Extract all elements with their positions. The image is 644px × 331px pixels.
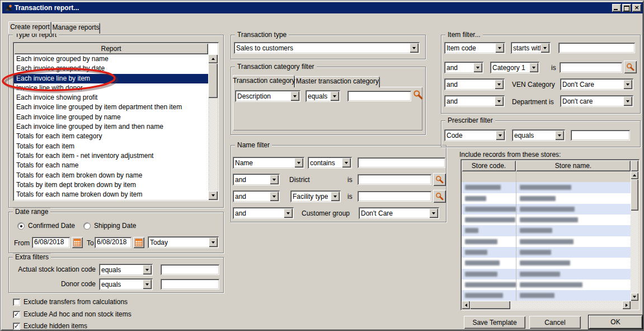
transaction-type-select[interactable]: Sales to customers	[234, 42, 420, 54]
exclude-transfers-checkbox[interactable]	[13, 299, 20, 306]
ven-category-select[interactable]: Don't Care	[560, 78, 633, 90]
stores-vscrollbar[interactable]	[631, 171, 638, 301]
store-row[interactable]	[462, 182, 631, 193]
store-row[interactable]	[462, 236, 631, 247]
shipping-date-radio[interactable]	[83, 222, 91, 230]
report-list-item[interactable]: Totals by item dept broken down by item	[14, 180, 208, 190]
transaction-category-value-input[interactable]	[347, 91, 411, 101]
report-list-scrollbar[interactable]	[208, 54, 218, 200]
transaction-category-field-select[interactable]: Description	[235, 90, 300, 102]
report-list-item[interactable]: Each invoice showing profit	[14, 93, 208, 102]
item-code-op-select[interactable]: starts with	[511, 42, 551, 54]
item-code-select[interactable]: Item code	[444, 42, 505, 54]
minimize-button[interactable]	[612, 4, 621, 12]
report-list-item[interactable]: Totals for each item - net inventory adj…	[14, 151, 208, 161]
category1-value-input[interactable]	[560, 62, 622, 73]
district-join-select[interactable]: and	[233, 174, 280, 185]
report-list-item[interactable]: Each invoice line grouped by item depart…	[14, 102, 208, 112]
close-button[interactable]: ×	[632, 4, 641, 12]
name-value-input[interactable]	[358, 157, 445, 168]
from-date-input[interactable]: 6/08/2018	[32, 237, 70, 248]
name-field-select[interactable]: Name	[233, 157, 304, 169]
facility-type-select[interactable]: Facility type	[290, 190, 341, 202]
scroll-up-button[interactable]	[631, 171, 638, 179]
customer-group-join-select[interactable]: and	[233, 207, 294, 219]
to-date-input[interactable]: 6/08/2018	[95, 237, 131, 248]
report-list-item[interactable]: Each invoice line grouped by name	[14, 113, 208, 122]
district-value-input[interactable]	[358, 174, 431, 185]
store-row[interactable]	[462, 193, 631, 204]
report-list-item[interactable]: Invoice line with donor	[14, 83, 208, 93]
scroll-right-button[interactable]	[622, 301, 631, 309]
item-code-value-input[interactable]	[558, 43, 635, 53]
exclude-hidden-checkbox[interactable]: ✓	[13, 323, 20, 330]
name-op-select[interactable]: contains	[308, 157, 352, 169]
prescriber-field-select[interactable]: Code	[444, 129, 506, 141]
chevron-down-icon	[623, 96, 632, 106]
scroll-up-button[interactable]	[208, 54, 218, 63]
scroll-down-button[interactable]	[208, 191, 218, 200]
report-list-header[interactable]: Report	[14, 43, 208, 54]
cancel-button[interactable]: Cancel	[529, 316, 581, 329]
store-row[interactable]	[462, 204, 631, 215]
prescriber-value-input[interactable]	[571, 130, 630, 141]
store-row[interactable]	[462, 269, 631, 279]
scroll-left-button[interactable]	[462, 301, 470, 309]
tab-transaction-category[interactable]: Transaction category	[233, 75, 295, 87]
facility-search-button[interactable]	[433, 190, 446, 203]
store-row[interactable]	[462, 247, 631, 258]
report-list-item[interactable]: Each invoice line grouped by item and th…	[14, 122, 208, 132]
facility-join-select[interactable]: and	[233, 190, 280, 202]
department-select[interactable]: Don't care	[560, 95, 633, 107]
facility-value-input[interactable]	[358, 191, 431, 202]
report-list-item[interactable]: Each invoice grouped by date	[14, 64, 208, 73]
ven-join-select[interactable]: and	[444, 78, 505, 90]
transaction-category-search-button[interactable]	[413, 90, 423, 100]
store-row[interactable]	[462, 258, 631, 268]
from-calendar-button[interactable]	[72, 237, 83, 248]
report-list-item[interactable]: Each invoice grouped by name	[14, 54, 208, 64]
district-search-button[interactable]	[433, 173, 446, 186]
scroll-thumb[interactable]	[470, 301, 510, 309]
store-row[interactable]	[462, 215, 631, 225]
store-row[interactable]	[462, 290, 631, 301]
exclude-adhoc-checkbox[interactable]: ✓	[13, 311, 20, 318]
category1-select[interactable]: Category 1	[490, 62, 539, 73]
report-list-item[interactable]: Totals for each name	[14, 161, 208, 170]
confirmed-date-radio[interactable]	[17, 222, 25, 230]
tab-manage-reports[interactable]: Manage reports	[51, 22, 100, 34]
to-calendar-button[interactable]	[133, 237, 144, 248]
prescriber-op-select[interactable]: equals	[512, 129, 565, 141]
report-list-item[interactable]: Totals for each name broken down by item	[14, 190, 208, 199]
stock-location-value-input[interactable]	[161, 264, 219, 275]
report-list-item[interactable]: Totals for each item	[14, 142, 208, 151]
store-name-header[interactable]: Store name.	[516, 160, 631, 171]
maximize-button[interactable]	[622, 4, 631, 12]
report-list-item[interactable]: Each invoice line by item	[14, 74, 208, 83]
department-join-select[interactable]: and	[444, 95, 505, 107]
customer-group-select[interactable]: Don't Care	[359, 207, 439, 219]
scroll-thumb[interactable]	[631, 179, 638, 211]
tab-master-transaction-category[interactable]: Master transaction category	[295, 76, 380, 87]
stores-hscrollbar[interactable]	[462, 301, 631, 309]
store-code-header[interactable]: Store code.	[462, 160, 516, 171]
transaction-category-op-select[interactable]: equals	[305, 90, 340, 102]
store-row[interactable]	[462, 279, 631, 290]
report-list-item[interactable]: Totals for each item broken down by mont…	[14, 199, 208, 200]
tab-create-report[interactable]: Create report	[8, 21, 51, 34]
donor-code-value-input[interactable]	[161, 279, 219, 290]
scroll-down-button[interactable]	[631, 293, 638, 301]
titlebar[interactable]: Transaction report... ×	[2, 2, 643, 13]
scroll-thumb[interactable]	[208, 63, 218, 98]
category1-join-select[interactable]: and	[444, 62, 483, 73]
stock-location-op-select[interactable]: equals	[99, 264, 153, 276]
store-row[interactable]	[462, 171, 631, 182]
save-template-button[interactable]: Save Template	[464, 316, 525, 329]
report-list-item[interactable]: Totals for each item broken down by name	[14, 171, 208, 180]
date-preset-select[interactable]: Today	[148, 236, 219, 248]
category1-search-button[interactable]	[624, 60, 637, 73]
store-row[interactable]	[462, 225, 631, 236]
donor-code-op-select[interactable]: equals	[99, 278, 153, 290]
ok-button[interactable]: OK	[588, 315, 643, 329]
report-list-item[interactable]: Totals for each item category	[14, 132, 208, 141]
